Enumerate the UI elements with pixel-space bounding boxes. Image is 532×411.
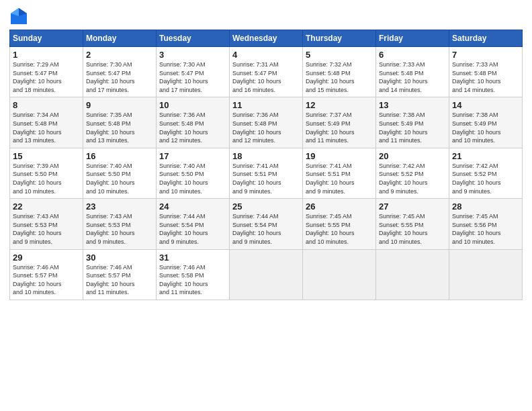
day-info: Sunrise: 7:31 AM Sunset: 5:47 PM Dayligh… [232,60,300,94]
day-info: Sunrise: 7:41 AM Sunset: 5:51 PM Dayligh… [306,162,373,195]
week-row-4: 22Sunrise: 7:43 AM Sunset: 5:53 PM Dayli… [10,199,523,249]
day-info: Sunrise: 7:45 AM Sunset: 5:55 PM Dayligh… [306,212,373,246]
day-info: Sunrise: 7:44 AM Sunset: 5:54 PM Dayligh… [232,212,300,246]
calendar-cell: 8Sunrise: 7:34 AM Sunset: 5:48 PM Daylig… [10,97,83,148]
day-number: 28 [452,201,519,212]
col-header-wednesday: Wednesday [230,30,303,47]
calendar-table: SundayMondayTuesdayWednesdayThursdayFrid… [9,30,523,300]
day-number: 22 [13,201,80,212]
calendar-cell: 27Sunrise: 7:45 AM Sunset: 5:55 PM Dayli… [376,199,449,249]
calendar-cell: 26Sunrise: 7:45 AM Sunset: 5:55 PM Dayli… [303,199,376,249]
day-number: 14 [452,100,519,110]
day-number: 18 [232,151,300,161]
col-header-monday: Monday [83,30,157,47]
day-number: 11 [232,100,300,110]
calendar-cell: 15Sunrise: 7:39 AM Sunset: 5:50 PM Dayli… [10,148,83,198]
day-number: 30 [86,253,153,263]
col-header-tuesday: Tuesday [157,30,230,47]
calendar-cell: 31Sunrise: 7:46 AM Sunset: 5:58 PM Dayli… [157,249,230,300]
day-info: Sunrise: 7:39 AM Sunset: 5:50 PM Dayligh… [13,162,80,195]
calendar-cell: 11Sunrise: 7:36 AM Sunset: 5:48 PM Dayli… [230,97,303,148]
day-number: 29 [13,253,80,263]
day-info: Sunrise: 7:40 AM Sunset: 5:50 PM Dayligh… [86,162,153,195]
week-row-1: 1Sunrise: 7:29 AM Sunset: 5:47 PM Daylig… [10,47,523,97]
day-number: 7 [452,50,519,60]
calendar-cell: 20Sunrise: 7:42 AM Sunset: 5:52 PM Dayli… [376,148,449,198]
day-number: 8 [13,100,80,110]
calendar-cell: 16Sunrise: 7:40 AM Sunset: 5:50 PM Dayli… [83,148,157,198]
day-number: 1 [13,50,80,60]
day-info: Sunrise: 7:45 AM Sunset: 5:56 PM Dayligh… [452,212,519,246]
day-info: Sunrise: 7:38 AM Sunset: 5:49 PM Dayligh… [452,111,519,144]
calendar-cell: 10Sunrise: 7:36 AM Sunset: 5:48 PM Dayli… [157,97,230,148]
calendar-cell: 9Sunrise: 7:35 AM Sunset: 5:48 PM Daylig… [83,97,157,148]
day-info: Sunrise: 7:46 AM Sunset: 5:57 PM Dayligh… [86,263,153,297]
week-row-2: 8Sunrise: 7:34 AM Sunset: 5:48 PM Daylig… [10,97,523,148]
day-info: Sunrise: 7:42 AM Sunset: 5:52 PM Dayligh… [452,162,519,195]
day-number: 26 [306,201,373,212]
day-info: Sunrise: 7:41 AM Sunset: 5:51 PM Dayligh… [232,162,300,195]
calendar-cell: 23Sunrise: 7:43 AM Sunset: 5:53 PM Dayli… [83,199,157,249]
calendar-cell: 7Sunrise: 7:33 AM Sunset: 5:48 PM Daylig… [449,47,523,97]
day-info: Sunrise: 7:36 AM Sunset: 5:48 PM Dayligh… [232,111,300,144]
day-info: Sunrise: 7:42 AM Sunset: 5:52 PM Dayligh… [379,162,446,195]
day-number: 20 [379,151,446,161]
day-info: Sunrise: 7:30 AM Sunset: 5:47 PM Dayligh… [86,60,153,94]
day-info: Sunrise: 7:30 AM Sunset: 5:47 PM Dayligh… [159,60,226,94]
day-info: Sunrise: 7:38 AM Sunset: 5:49 PM Dayligh… [379,111,446,144]
day-number: 4 [232,50,300,60]
col-header-sunday: Sunday [10,30,83,47]
calendar-cell: 22Sunrise: 7:43 AM Sunset: 5:53 PM Dayli… [10,199,83,249]
calendar-cell: 18Sunrise: 7:41 AM Sunset: 5:51 PM Dayli… [230,148,303,198]
day-number: 2 [86,50,153,60]
col-header-saturday: Saturday [449,30,523,47]
calendar-cell: 17Sunrise: 7:40 AM Sunset: 5:50 PM Dayli… [157,148,230,198]
day-number: 13 [379,100,446,110]
calendar-cell: 29Sunrise: 7:46 AM Sunset: 5:57 PM Dayli… [10,249,83,300]
calendar-cell [303,249,376,300]
day-number: 25 [232,201,300,212]
day-number: 21 [452,151,519,161]
day-number: 10 [159,100,226,110]
day-number: 15 [13,151,80,161]
day-number: 12 [306,100,373,110]
logo [9,7,30,26]
day-number: 31 [159,253,226,263]
col-header-thursday: Thursday [303,30,376,47]
header-row: SundayMondayTuesdayWednesdayThursdayFrid… [10,30,523,47]
calendar-cell: 1Sunrise: 7:29 AM Sunset: 5:47 PM Daylig… [10,47,83,97]
calendar-cell [230,249,303,300]
day-number: 3 [159,50,226,60]
col-header-friday: Friday [376,30,449,47]
calendar-cell: 24Sunrise: 7:44 AM Sunset: 5:54 PM Dayli… [157,199,230,249]
day-info: Sunrise: 7:45 AM Sunset: 5:55 PM Dayligh… [379,212,446,246]
day-number: 19 [306,151,373,161]
calendar-cell: 12Sunrise: 7:37 AM Sunset: 5:49 PM Dayli… [303,97,376,148]
day-info: Sunrise: 7:46 AM Sunset: 5:58 PM Dayligh… [159,263,226,297]
calendar-cell: 21Sunrise: 7:42 AM Sunset: 5:52 PM Dayli… [449,148,523,198]
calendar-cell: 5Sunrise: 7:32 AM Sunset: 5:48 PM Daylig… [303,47,376,97]
logo-icon [9,7,28,26]
day-info: Sunrise: 7:43 AM Sunset: 5:53 PM Dayligh… [13,212,80,246]
day-info: Sunrise: 7:43 AM Sunset: 5:53 PM Dayligh… [86,212,153,246]
day-number: 5 [306,50,373,60]
day-number: 9 [86,100,153,110]
day-info: Sunrise: 7:37 AM Sunset: 5:49 PM Dayligh… [306,111,373,144]
calendar-cell [449,249,523,300]
day-info: Sunrise: 7:40 AM Sunset: 5:50 PM Dayligh… [159,162,226,195]
calendar-cell: 4Sunrise: 7:31 AM Sunset: 5:47 PM Daylig… [230,47,303,97]
day-number: 23 [86,201,153,212]
day-info: Sunrise: 7:46 AM Sunset: 5:57 PM Dayligh… [13,263,80,297]
day-info: Sunrise: 7:33 AM Sunset: 5:48 PM Dayligh… [379,60,446,94]
calendar-cell: 25Sunrise: 7:44 AM Sunset: 5:54 PM Dayli… [230,199,303,249]
calendar-cell: 6Sunrise: 7:33 AM Sunset: 5:48 PM Daylig… [376,47,449,97]
day-info: Sunrise: 7:35 AM Sunset: 5:48 PM Dayligh… [86,111,153,144]
day-info: Sunrise: 7:34 AM Sunset: 5:48 PM Dayligh… [13,111,80,144]
day-number: 6 [379,50,446,60]
calendar-cell: 3Sunrise: 7:30 AM Sunset: 5:47 PM Daylig… [157,47,230,97]
day-number: 16 [86,151,153,161]
day-info: Sunrise: 7:36 AM Sunset: 5:48 PM Dayligh… [159,111,226,144]
day-number: 27 [379,201,446,212]
week-row-3: 15Sunrise: 7:39 AM Sunset: 5:50 PM Dayli… [10,148,523,198]
day-info: Sunrise: 7:33 AM Sunset: 5:48 PM Dayligh… [452,60,519,94]
